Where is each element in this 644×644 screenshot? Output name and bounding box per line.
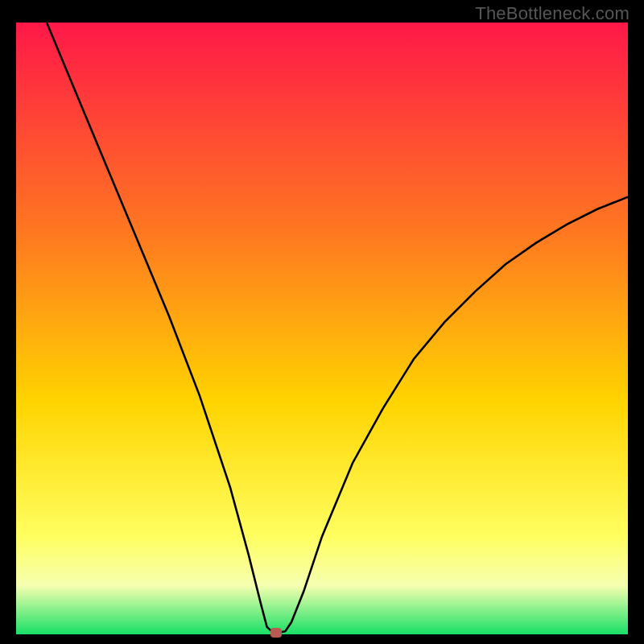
chart-container: TheBottleneck.com [0, 0, 644, 644]
watermark-label: TheBottleneck.com [475, 3, 630, 24]
bottleneck-chart [16, 23, 628, 634]
optimal-point-marker [270, 628, 282, 638]
chart-background [16, 23, 628, 634]
plot-frame [16, 23, 628, 634]
